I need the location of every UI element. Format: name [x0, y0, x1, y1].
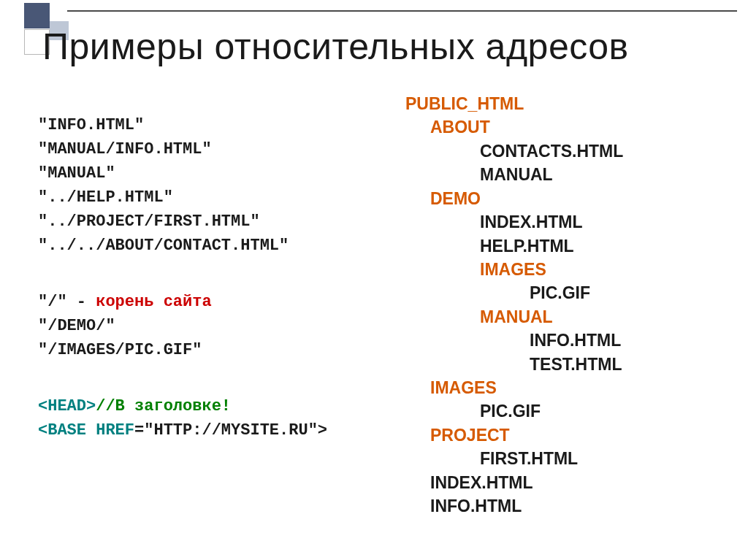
tree-folder: IMAGES	[405, 376, 623, 399]
code-line: "/DEMO/"	[38, 314, 327, 338]
tree-file: INDEX.HTML	[405, 210, 623, 234]
code-line: "../../ABOUT/CONTACT.HTML"	[38, 234, 327, 258]
tree-file: PIC.GIF	[405, 281, 623, 304]
code-line: <HEAD>//В заголовке!	[38, 394, 327, 418]
code-text: ="HTTP://MYSITE.RU">	[134, 421, 327, 440]
comment-text: //В заголовке!	[96, 397, 231, 415]
tree-file: PIC.GIF	[405, 399, 623, 423]
tag-text: <HEAD>	[38, 397, 96, 415]
highlight-text: корень сайта	[96, 293, 211, 311]
code-line: "../HELP.HTML"	[38, 185, 327, 210]
tree-file: CONTACTS.HTML	[405, 139, 623, 163]
tree-folder: IMAGES	[405, 258, 623, 281]
examples-column: "INFO.HTML" "MANUAL/INFO.HTML" "MANUAL" …	[38, 113, 327, 442]
code-line: "/" - корень сайта	[38, 290, 327, 314]
code-line: "../PROJECT/FIRST.HTML"	[38, 210, 327, 234]
relative-paths-block: "INFO.HTML" "MANUAL/INFO.HTML" "MANUAL" …	[38, 113, 327, 258]
slide-title: Примеры относительных адресов	[42, 26, 629, 68]
code-line: "MANUAL/INFO.HTML"	[38, 137, 327, 161]
code-line: <BASE HREF="HTTP://MYSITE.RU">	[38, 418, 327, 442]
tree-file: MANUAL	[405, 163, 623, 186]
head-block: <HEAD>//В заголовке! <BASE HREF="HTTP://…	[38, 394, 327, 442]
top-divider	[67, 10, 737, 12]
tree-folder: PUBLIC_HTML	[405, 92, 623, 115]
code-line: "INFO.HTML"	[38, 113, 327, 137]
code-text: "/" -	[38, 293, 96, 311]
tree-file: FIRST.HTML	[405, 447, 623, 470]
code-line: "/IMAGES/PIC.GIF"	[38, 338, 327, 362]
tree-file: HELP.HTML	[405, 234, 623, 258]
root-paths-block: "/" - корень сайта "/DEMO/" "/IMAGES/PIC…	[38, 290, 327, 362]
tag-text: <BASE HREF	[38, 421, 134, 440]
tree-file: INFO.HTML	[405, 494, 623, 518]
tree-file: INFO.HTML	[405, 329, 623, 352]
tree-folder: MANUAL	[405, 305, 623, 329]
code-line: "MANUAL"	[38, 161, 327, 185]
tree-folder: ABOUT	[405, 115, 623, 139]
tree-file: TEST.HTML	[405, 353, 623, 376]
tree-folder: PROJECT	[405, 423, 623, 447]
file-tree-column: PUBLIC_HTML ABOUT CONTACTS.HTML MANUAL D…	[405, 92, 623, 518]
tree-file: INDEX.HTML	[405, 471, 623, 494]
tree-folder: DEMO	[405, 187, 623, 210]
